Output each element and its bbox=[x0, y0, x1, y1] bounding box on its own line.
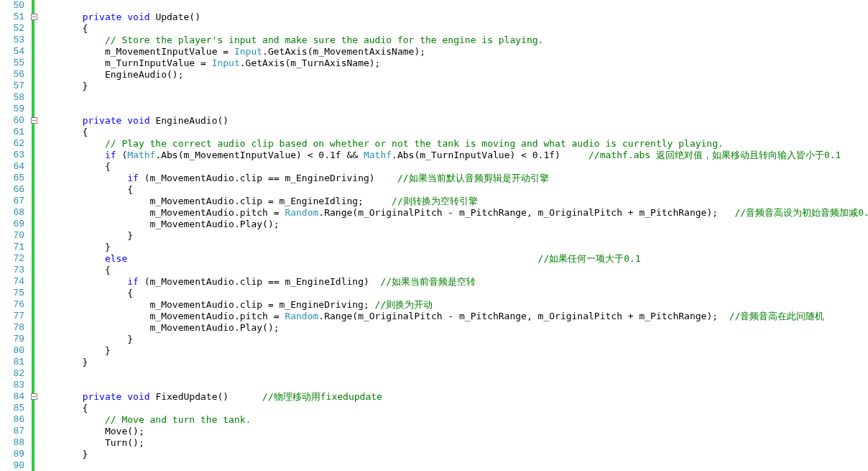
fold-toggle-icon[interactable] bbox=[31, 393, 37, 400]
code-line[interactable]: m_MovementInputValue = Input.GetAxis(m_M… bbox=[37, 46, 868, 58]
code-area[interactable]: private void Update() { // Store the pla… bbox=[34, 0, 868, 471]
keyword-token: if bbox=[105, 150, 116, 160]
code-line[interactable]: EngineAudio(); bbox=[37, 69, 868, 81]
code-line[interactable]: // Move and turn the tank. bbox=[37, 414, 868, 426]
line-number: 63 bbox=[3, 150, 24, 161]
line-number: 74 bbox=[3, 276, 24, 288]
code-line[interactable] bbox=[37, 0, 868, 12]
code-line[interactable]: private void EngineAudio() bbox=[37, 115, 868, 127]
keyword-token: if bbox=[127, 173, 139, 183]
line-number: 56 bbox=[3, 69, 24, 81]
comment-token: //如果当前默认音频剪辑是开动引擎 bbox=[397, 173, 549, 183]
code-line[interactable]: else //如果任何一项大于0.1 bbox=[37, 253, 868, 265]
text-token: { bbox=[37, 161, 111, 172]
text-token: .Range(m_OriginalPitch - m_PitchRange, m… bbox=[318, 207, 734, 218]
line-number: 84 bbox=[3, 391, 24, 403]
text-token: EngineAudio() bbox=[150, 115, 229, 126]
code-line[interactable]: m_MovementAudio.pitch = Random.Range(m_O… bbox=[37, 311, 868, 322]
line-number: 52 bbox=[3, 23, 24, 35]
comment-token: //音频音高设为初始音频加减0.2间的随机数 bbox=[735, 207, 868, 218]
line-number: 70 bbox=[3, 230, 24, 242]
text-token: Move(); bbox=[37, 426, 144, 436]
code-line[interactable]: { bbox=[37, 23, 868, 35]
text-token: .Range(m_OriginalPitch - m_PitchRange, m… bbox=[318, 311, 729, 321]
code-editor[interactable]: 5051525354555657585960616263646566676869… bbox=[0, 0, 868, 471]
line-number: 87 bbox=[3, 426, 24, 437]
code-line[interactable]: // Store the player's input and make sur… bbox=[37, 35, 868, 46]
text-token bbox=[37, 35, 105, 45]
code-line[interactable]: } bbox=[37, 357, 868, 368]
code-line[interactable]: m_TurnInputValue = Input.GetAxis(m_TurnA… bbox=[37, 58, 868, 69]
code-line[interactable]: // Play the correct audio clip based on … bbox=[37, 138, 868, 150]
text-token: { bbox=[37, 403, 88, 413]
code-line[interactable] bbox=[37, 460, 868, 471]
text-token: m_MovementInputValue = bbox=[37, 46, 234, 57]
code-line[interactable]: if (Mathf.Abs(m_MovementInputValue) < 0.… bbox=[37, 150, 868, 161]
code-line[interactable]: } bbox=[37, 81, 868, 92]
code-line[interactable] bbox=[37, 380, 868, 391]
code-line[interactable]: m_MovementAudio.Play(); bbox=[37, 322, 868, 334]
code-line[interactable]: m_MovementAudio.clip = m_EngineDriving; … bbox=[37, 299, 868, 311]
text-token: } bbox=[37, 334, 133, 344]
code-line[interactable]: } bbox=[37, 345, 868, 357]
keyword-token: void bbox=[127, 12, 149, 22]
code-line[interactable]: { bbox=[37, 184, 868, 196]
text-token: { bbox=[37, 265, 111, 275]
text-token: } bbox=[37, 449, 88, 459]
line-number: 60 bbox=[3, 115, 24, 127]
fold-toggle-icon[interactable] bbox=[31, 14, 37, 20]
line-number: 53 bbox=[3, 35, 24, 46]
comment-token: //则换为开动 bbox=[375, 299, 433, 310]
code-line[interactable]: if (m_MovementAudio.clip == m_EngineDriv… bbox=[37, 173, 868, 184]
text-token bbox=[37, 414, 105, 425]
code-line[interactable]: { bbox=[37, 403, 868, 414]
type-token: Input bbox=[212, 58, 240, 68]
code-line[interactable]: { bbox=[37, 265, 868, 276]
text-token: EngineAudio(); bbox=[37, 69, 184, 80]
line-number: 59 bbox=[3, 104, 24, 115]
line-number: 54 bbox=[3, 46, 24, 58]
line-number: 57 bbox=[3, 81, 24, 92]
text-token: { bbox=[37, 288, 133, 298]
code-line[interactable]: m_MovementAudio.Play(); bbox=[37, 219, 868, 230]
code-line[interactable]: m_MovementAudio.clip = m_EngineIdling; /… bbox=[37, 196, 868, 207]
code-line[interactable]: private void Update() bbox=[37, 12, 868, 23]
code-line[interactable]: Move(); bbox=[37, 426, 868, 437]
line-number: 51 bbox=[3, 12, 24, 23]
text-token: .GetAxis(m_TurnAxisName); bbox=[240, 58, 381, 68]
code-line[interactable]: m_MovementAudio.pitch = Random.Range(m_O… bbox=[37, 207, 868, 219]
keyword-token: private bbox=[83, 391, 122, 402]
code-line[interactable]: } bbox=[37, 449, 868, 460]
code-line[interactable] bbox=[37, 104, 868, 115]
code-line[interactable]: } bbox=[37, 334, 868, 345]
code-line[interactable]: { bbox=[37, 288, 868, 299]
text-token: FixedUpdate() bbox=[150, 391, 263, 402]
code-line[interactable]: private void FixedUpdate() //物理移动用fixedu… bbox=[37, 391, 868, 403]
keyword-token: else bbox=[105, 253, 127, 264]
text-token: m_MovementAudio.pitch = bbox=[37, 207, 285, 218]
comment-token: //mathf.abs 返回绝对值，如果移动且转向输入皆小于0.1 bbox=[588, 150, 841, 160]
comment-token: //音频音高在此间随机 bbox=[729, 311, 825, 321]
line-number: 61 bbox=[3, 127, 24, 138]
code-line[interactable] bbox=[37, 368, 868, 380]
line-number: 90 bbox=[3, 460, 24, 471]
text-token: Turn(); bbox=[37, 437, 144, 448]
line-number: 55 bbox=[3, 58, 24, 69]
line-number-gutter: 5051525354555657585960616263646566676869… bbox=[0, 0, 30, 471]
text-token: { bbox=[37, 184, 133, 195]
text-token bbox=[37, 150, 105, 160]
code-line[interactable]: } bbox=[37, 230, 868, 242]
code-line[interactable]: { bbox=[37, 127, 868, 138]
line-number: 83 bbox=[3, 380, 24, 391]
code-line[interactable] bbox=[37, 92, 868, 104]
text-token bbox=[37, 253, 105, 264]
code-line[interactable]: if (m_MovementAudio.clip == m_EngineIdli… bbox=[37, 276, 868, 288]
line-number: 65 bbox=[3, 173, 24, 184]
code-line[interactable]: Turn(); bbox=[37, 437, 868, 449]
text-token: m_MovementAudio.pitch = bbox=[37, 311, 285, 321]
code-line[interactable]: { bbox=[37, 161, 868, 173]
code-line[interactable]: } bbox=[37, 242, 868, 253]
fold-toggle-icon[interactable] bbox=[31, 117, 37, 124]
line-number: 78 bbox=[3, 322, 24, 334]
line-number: 73 bbox=[3, 265, 24, 276]
